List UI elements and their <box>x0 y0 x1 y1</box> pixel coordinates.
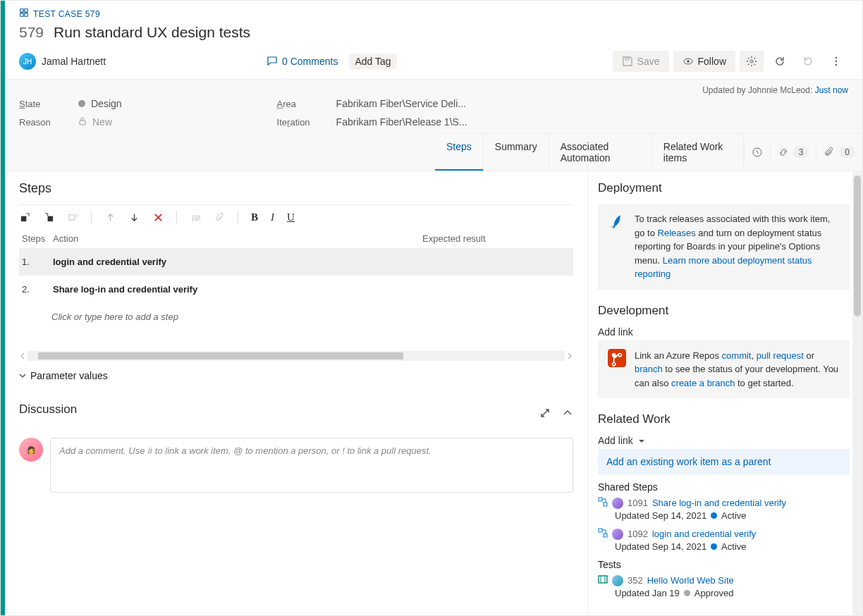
related-item-subtext: Updated Sep 14, 2021Active <box>615 510 850 521</box>
history-button[interactable] <box>744 141 770 164</box>
related-item-avatar <box>612 529 623 540</box>
step-row[interactable]: 1. login and credential verify <box>19 248 573 276</box>
insert-shared-step-icon[interactable] <box>43 211 54 223</box>
tab-bar: Steps Summary Associated Automation Rela… <box>435 134 744 171</box>
area-label: Area <box>277 99 319 109</box>
state-dot-icon <box>78 100 85 107</box>
area-value[interactable]: Fabrikam Fiber\Service Deli... <box>336 98 466 109</box>
vertical-scrollbar[interactable] <box>852 171 862 615</box>
pull-request-link[interactable]: pull request <box>757 350 804 361</box>
add-tag-button[interactable]: Add Tag <box>349 54 396 69</box>
save-button: Save <box>613 51 669 72</box>
branch-icon <box>608 349 626 390</box>
status-dot-icon <box>711 512 717 519</box>
attach-step-icon <box>214 211 225 223</box>
iteration-value[interactable]: Fabrikam Fiber\Release 1\S... <box>336 116 467 128</box>
deployment-title: Deployment <box>598 181 850 195</box>
bold-button[interactable]: B <box>251 211 258 223</box>
rocket-icon <box>608 212 626 281</box>
svg-rect-0 <box>625 58 629 60</box>
related-item-link[interactable]: login and credential verify <box>652 529 756 539</box>
assignee-avatar[interactable]: JH <box>19 53 36 70</box>
add-parent-suggestion[interactable]: Add an existing work item as a parent <box>598 449 850 474</box>
follow-button[interactable]: Follow <box>673 51 735 72</box>
col-action-header: Action <box>50 233 422 244</box>
chevron-down-icon <box>19 372 26 379</box>
add-step-placeholder[interactable]: Click or type here to add a step <box>19 303 573 329</box>
undo-icon <box>802 56 814 67</box>
related-item-link[interactable]: Share log-in and credential verify <box>652 498 786 508</box>
test-plan-icon <box>598 574 608 586</box>
links-button[interactable]: 3 <box>770 141 816 164</box>
current-user-avatar: 👩 <box>19 438 43 462</box>
shared-steps-icon <box>598 528 608 540</box>
comments-link[interactable]: 0 Comments <box>267 56 338 67</box>
workitem-title[interactable]: Run standard UX design tests <box>54 24 250 41</box>
parameter-values-toggle[interactable]: Parameter values <box>19 370 573 381</box>
expand-icon[interactable] <box>539 407 551 421</box>
status-dot-icon <box>711 543 717 550</box>
undo-button[interactable] <box>796 51 820 72</box>
move-down-icon[interactable] <box>128 211 140 223</box>
development-info: Link an Azure Repos commit, pull request… <box>598 340 850 399</box>
attachment-icon <box>824 147 835 158</box>
scroll-right-icon[interactable] <box>566 351 573 362</box>
last-updated: Updated by Johnnie McLeod: Just now <box>19 85 848 95</box>
save-icon <box>622 56 633 67</box>
step-row[interactable]: 2. Share log-in and credential verify <box>19 276 573 303</box>
related-item[interactable]: 352 Hello World Web Site <box>598 574 850 586</box>
dev-add-link[interactable]: Add link <box>598 326 850 338</box>
related-item-avatar <box>612 498 623 509</box>
svg-text:{@}: {@} <box>191 214 200 221</box>
col-steps-header: Steps <box>22 233 50 244</box>
svg-rect-7 <box>80 121 85 125</box>
related-item-link[interactable]: Hello World Web Site <box>647 575 734 586</box>
releases-link[interactable]: Releases <box>658 228 696 238</box>
svg-point-6 <box>836 64 837 66</box>
insert-step-icon[interactable] <box>19 211 30 223</box>
horizontal-scrollbar[interactable] <box>19 350 573 362</box>
link-icon <box>778 147 789 158</box>
commit-link[interactable]: commit <box>722 350 752 361</box>
comment-icon <box>267 56 278 67</box>
tab-steps[interactable]: Steps <box>435 134 484 171</box>
tab-related-work-items[interactable]: Related Work items <box>652 134 744 171</box>
underline-button[interactable]: U <box>287 211 295 223</box>
svg-point-4 <box>836 57 837 58</box>
settings-button[interactable] <box>740 51 764 72</box>
reason-value[interactable]: New <box>78 116 112 128</box>
branch-link[interactable]: branch <box>635 364 663 374</box>
svg-rect-17 <box>604 534 607 537</box>
gear-icon <box>746 56 757 67</box>
italic-button[interactable]: I <box>271 211 274 223</box>
collapse-up-icon[interactable] <box>562 407 573 421</box>
deployment-info: To track releases associated with this w… <box>598 204 850 290</box>
assignee-name[interactable]: Jamal Hartnett <box>42 56 106 67</box>
shared-steps-heading: Shared Steps <box>598 481 850 493</box>
steps-section-title: Steps <box>19 181 573 196</box>
state-value[interactable]: Design <box>78 98 122 109</box>
related-add-link[interactable]: Add link <box>598 435 850 446</box>
refresh-button[interactable] <box>768 51 792 72</box>
more-actions-button[interactable] <box>824 51 848 72</box>
attachments-button[interactable]: 0 <box>816 141 862 164</box>
status-dot-icon <box>684 590 690 596</box>
comment-input[interactable]: Add a comment. Use # to link a work item… <box>50 438 573 493</box>
related-item[interactable]: 1092 login and credential verify <box>598 528 850 540</box>
workitem-id: 579 <box>19 24 44 41</box>
tab-summary[interactable]: Summary <box>484 134 549 171</box>
scroll-left-icon[interactable] <box>19 351 26 362</box>
shared-steps-icon <box>598 497 608 509</box>
tab-associated-automation[interactable]: Associated Automation <box>549 134 652 171</box>
col-expected-header: Expected result <box>422 233 570 244</box>
discussion-title: Discussion <box>19 402 77 417</box>
related-item-subtext: Updated Sep 14, 2021Active <box>615 541 850 552</box>
development-title: Development <box>598 304 850 318</box>
outdent-icon <box>67 211 78 223</box>
create-branch-link[interactable]: create a branch <box>671 378 735 388</box>
workitem-type-badge: TEST CASE 579 <box>19 8 848 20</box>
svg-point-3 <box>750 60 753 63</box>
related-item[interactable]: 1091 Share log-in and credential verify <box>598 497 850 509</box>
delete-step-icon[interactable] <box>152 211 164 223</box>
svg-rect-16 <box>599 529 602 532</box>
